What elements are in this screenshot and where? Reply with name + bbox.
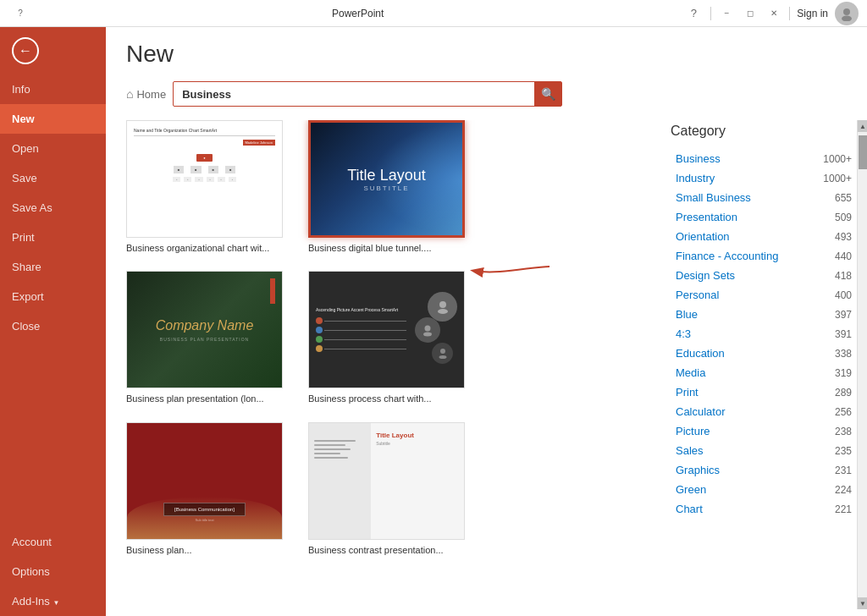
category-label: Sales — [676, 444, 704, 457]
sidebar-item-share[interactable]: Share — [0, 252, 106, 282]
category-item[interactable]: Orientation493 — [671, 227, 857, 246]
contrast-lines — [314, 432, 366, 531]
search-bar: ⌂ Home 🔍 — [106, 74, 867, 113]
minimize-button[interactable]: − — [718, 8, 735, 19]
contrast-sub: Subtitle — [376, 441, 459, 446]
category-item[interactable]: Personal400 — [671, 285, 857, 305]
search-icon: 🔍 — [541, 87, 555, 101]
category-item[interactable]: Business1000+ — [671, 149, 857, 168]
svg-point-8 — [439, 355, 446, 359]
search-button[interactable]: 🔍 — [534, 82, 561, 106]
help-button[interactable]: ? — [8, 4, 32, 23]
sidebar-item-save-as[interactable]: Save As — [0, 193, 106, 223]
svg-point-6 — [423, 332, 432, 336]
org-title: Name and Title Organization Chart SmartA… — [134, 128, 275, 136]
home-link[interactable]: ⌂ Home — [126, 87, 166, 101]
sidebar-item-options[interactable]: Options — [0, 557, 106, 586]
category-label: Presentation — [676, 211, 737, 223]
template-item-contrast[interactable]: Title Layout Subtitle Business contrast … — [308, 422, 465, 556]
category-item[interactable]: Finance - Accounting440 — [671, 246, 857, 266]
category-item[interactable]: Blue397 — [671, 305, 857, 324]
svg-point-0 — [843, 8, 850, 15]
back-circle[interactable]: ← — [12, 37, 39, 64]
scroll-down-button[interactable]: ▼ — [858, 597, 867, 609]
sidebar-item-save[interactable]: Save — [0, 163, 106, 193]
category-header: Category — [671, 120, 857, 142]
category-label: Media — [676, 366, 705, 379]
template-label-org: Business organizational chart wit... — [126, 242, 283, 254]
category-item[interactable]: Design Sets418 — [671, 266, 857, 285]
back-arrow-icon: ← — [19, 43, 32, 58]
home-label: Home — [136, 88, 166, 101]
category-item[interactable]: Small Business655 — [671, 188, 857, 207]
category-item[interactable]: Industry1000+ — [671, 168, 857, 188]
template-item-blue[interactable]: Title Layout SUBTITLE Business digital b… — [308, 120, 465, 254]
search-wrapper: 🔍 — [173, 81, 562, 107]
category-item[interactable]: Education338 — [671, 344, 857, 363]
sidebar-item-add-ins[interactable]: Add-Ins ▼ — [0, 586, 106, 616]
app-title: PowerPoint — [32, 8, 683, 19]
main-area: Name and Title Organization Chart SmartA… — [106, 113, 867, 616]
plan-company: Company Name — [156, 318, 254, 333]
category-label: Picture — [676, 425, 710, 437]
titlebar-right: ? − ◻ ✕ Sign in — [683, 2, 859, 25]
user-avatar[interactable] — [835, 2, 859, 25]
category-item[interactable]: Media319 — [671, 363, 857, 382]
category-label: Orientation — [676, 230, 730, 243]
template-label-contrast: Business contrast presentation... — [308, 544, 465, 556]
process-title: Ascending Picture Accent Process SmartAr… — [316, 307, 406, 312]
sidebar-item-account[interactable]: Account — [0, 527, 106, 557]
sidebar-item-print[interactable]: Print — [0, 223, 106, 252]
sidebar-nav: Info New Open Save Save As Print Share E… — [0, 74, 106, 616]
window-controls: ? — [8, 4, 32, 23]
template-item-process[interactable]: Ascending Picture Accent Process SmartAr… — [308, 271, 465, 404]
category-count: 391 — [835, 328, 852, 340]
category-item[interactable]: Green224 — [671, 480, 857, 499]
svg-point-4 — [438, 309, 448, 314]
category-count: 235 — [835, 445, 852, 457]
category-count: 509 — [835, 212, 852, 223]
category-count: 397 — [835, 309, 852, 321]
template-label-blue: Business digital blue tunnel.... — [308, 242, 465, 254]
template-label-plan: Business plan presentation (lon... — [126, 393, 283, 404]
category-item[interactable]: Picture238 — [671, 421, 857, 441]
restore-button[interactable]: ◻ — [742, 8, 759, 19]
template-item-plan[interactable]: Company Name BUSINESS PLAN PRESENTATION … — [126, 271, 283, 404]
page-title: New — [126, 41, 847, 68]
scroll-thumb[interactable] — [859, 135, 867, 169]
page-header: New — [106, 27, 867, 74]
sidebar-item-export[interactable]: Export — [0, 282, 106, 311]
template-thumb-bizcomm: [Business Communication] Sub title text — [126, 422, 283, 540]
org-box: ■ — [225, 166, 235, 173]
sidebar-item-info[interactable]: Info — [0, 74, 106, 104]
template-item-bizcomm[interactable]: [Business Communication] Sub title text … — [126, 422, 283, 556]
help-icon[interactable]: ? — [683, 7, 704, 19]
annotation-arrow — [465, 250, 566, 292]
close-button[interactable]: ✕ — [765, 8, 782, 19]
sidebar-item-close[interactable]: Close — [0, 311, 106, 341]
process-left: Ascending Picture Accent Process SmartAr… — [316, 307, 406, 352]
category-item[interactable]: 4:3391 — [671, 324, 857, 344]
category-item[interactable]: Print289 — [671, 382, 857, 402]
category-item[interactable]: Graphics231 — [671, 460, 857, 480]
category-item[interactable]: Calculator256 — [671, 402, 857, 421]
signin-link[interactable]: Sign in — [797, 8, 828, 19]
category-label: Green — [676, 483, 706, 496]
back-button[interactable]: ← — [0, 27, 106, 74]
scroll-up-button[interactable]: ▲ — [858, 120, 867, 132]
sidebar-item-open[interactable]: Open — [0, 134, 106, 163]
category-label: Graphics — [676, 464, 720, 476]
template-thumb-plan: Company Name BUSINESS PLAN PRESENTATION — [126, 271, 283, 388]
sidebar-item-new[interactable]: New — [0, 104, 106, 134]
category-item[interactable]: Presentation509 — [671, 207, 857, 227]
category-item[interactable]: Chart221 — [671, 499, 857, 519]
template-item-org[interactable]: Name and Title Organization Chart SmartA… — [126, 120, 283, 254]
svg-point-1 — [842, 15, 852, 21]
blue-text: Title Layout SUBTITLE — [347, 167, 425, 192]
category-item[interactable]: Sales235 — [671, 441, 857, 460]
search-input[interactable] — [174, 84, 534, 105]
category-label: Finance - Accounting — [676, 250, 778, 262]
category-label: Design Sets — [676, 269, 735, 282]
contrast-left — [309, 423, 371, 539]
blue-subtitle: SUBTITLE — [347, 184, 425, 192]
